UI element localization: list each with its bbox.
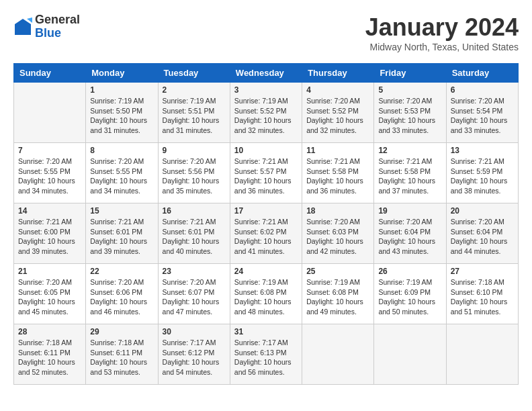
day-info: Sunrise: 7:18 AM Sunset: 6:11 PM Dayligh… [18, 338, 81, 377]
calendar-cell: 25Sunrise: 7:19 AM Sunset: 6:08 PM Dayli… [302, 264, 374, 324]
calendar-cell [14, 83, 86, 143]
calendar-cell: 31Sunrise: 7:17 AM Sunset: 6:13 PM Dayli… [230, 324, 302, 385]
day-info: Sunrise: 7:20 AM Sunset: 6:04 PM Dayligh… [378, 217, 441, 257]
calendar-week-row: 1Sunrise: 7:19 AM Sunset: 5:50 PM Daylig… [14, 83, 519, 143]
calendar-cell: 2Sunrise: 7:19 AM Sunset: 5:51 PM Daylig… [158, 83, 230, 143]
day-of-week-header: Wednesday [230, 64, 302, 83]
calendar-cell: 4Sunrise: 7:20 AM Sunset: 5:52 PM Daylig… [302, 83, 374, 143]
day-number: 21 [18, 267, 81, 276]
day-info: Sunrise: 7:19 AM Sunset: 6:09 PM Dayligh… [378, 277, 441, 317]
page-header: General Blue January 2024 Midway North, … [13, 13, 519, 52]
day-number: 26 [378, 267, 441, 276]
calendar-cell [302, 324, 374, 385]
calendar-table: SundayMondayTuesdayWednesdayThursdayFrid… [13, 63, 519, 385]
day-number: 24 [234, 267, 298, 276]
day-number: 29 [90, 327, 153, 336]
calendar-body: 1Sunrise: 7:19 AM Sunset: 5:50 PM Daylig… [14, 83, 519, 385]
calendar-cell: 7Sunrise: 7:20 AM Sunset: 5:55 PM Daylig… [14, 143, 86, 203]
day-info: Sunrise: 7:20 AM Sunset: 6:05 PM Dayligh… [18, 277, 81, 317]
logo-icon [13, 17, 32, 36]
day-info: Sunrise: 7:21 AM Sunset: 6:02 PM Dayligh… [234, 217, 298, 257]
calendar-week-row: 21Sunrise: 7:20 AM Sunset: 6:05 PM Dayli… [14, 264, 519, 324]
calendar-cell: 14Sunrise: 7:21 AM Sunset: 6:00 PM Dayli… [14, 203, 86, 264]
day-of-week-header: Friday [374, 64, 446, 83]
day-number: 7 [18, 146, 81, 155]
day-info: Sunrise: 7:20 AM Sunset: 5:56 PM Dayligh… [163, 156, 226, 196]
day-number: 5 [378, 85, 441, 95]
day-number: 25 [306, 267, 369, 276]
day-number: 11 [306, 146, 369, 155]
title-block: January 2024 Midway North, Texas, United… [365, 13, 519, 52]
day-info: Sunrise: 7:21 AM Sunset: 6:01 PM Dayligh… [90, 217, 153, 257]
calendar-header-row: SundayMondayTuesdayWednesdayThursdayFrid… [14, 64, 519, 83]
calendar-cell: 27Sunrise: 7:18 AM Sunset: 6:10 PM Dayli… [446, 264, 518, 324]
calendar-cell: 3Sunrise: 7:19 AM Sunset: 5:52 PM Daylig… [230, 83, 302, 143]
day-number: 31 [234, 327, 298, 336]
day-info: Sunrise: 7:19 AM Sunset: 5:50 PM Dayligh… [90, 96, 153, 136]
day-number: 17 [234, 206, 298, 216]
calendar-cell: 10Sunrise: 7:21 AM Sunset: 5:57 PM Dayli… [230, 143, 302, 203]
day-info: Sunrise: 7:20 AM Sunset: 5:55 PM Dayligh… [18, 156, 81, 196]
calendar-cell: 1Sunrise: 7:19 AM Sunset: 5:50 PM Daylig… [86, 83, 158, 143]
day-number: 2 [163, 85, 226, 95]
day-number: 30 [163, 327, 226, 336]
day-info: Sunrise: 7:20 AM Sunset: 5:54 PM Dayligh… [451, 96, 514, 136]
day-info: Sunrise: 7:21 AM Sunset: 5:57 PM Dayligh… [234, 156, 298, 196]
day-of-week-header: Thursday [302, 64, 374, 83]
day-of-week-header: Sunday [14, 64, 86, 83]
calendar-cell: 5Sunrise: 7:20 AM Sunset: 5:53 PM Daylig… [374, 83, 446, 143]
svg-marker-1 [27, 17, 32, 23]
day-info: Sunrise: 7:21 AM Sunset: 5:59 PM Dayligh… [451, 156, 514, 196]
calendar-cell: 21Sunrise: 7:20 AM Sunset: 6:05 PM Dayli… [14, 264, 86, 324]
day-number: 3 [234, 85, 298, 95]
day-number: 20 [451, 206, 514, 216]
calendar-cell: 16Sunrise: 7:21 AM Sunset: 6:01 PM Dayli… [158, 203, 230, 264]
day-number: 4 [306, 85, 369, 95]
day-info: Sunrise: 7:21 AM Sunset: 6:00 PM Dayligh… [18, 217, 81, 257]
day-of-week-header: Saturday [446, 64, 518, 83]
calendar-cell: 26Sunrise: 7:19 AM Sunset: 6:09 PM Dayli… [374, 264, 446, 324]
day-number: 16 [163, 206, 226, 216]
day-info: Sunrise: 7:21 AM Sunset: 5:58 PM Dayligh… [378, 156, 441, 196]
calendar-cell: 28Sunrise: 7:18 AM Sunset: 6:11 PM Dayli… [14, 324, 86, 385]
day-info: Sunrise: 7:20 AM Sunset: 6:04 PM Dayligh… [451, 217, 514, 257]
calendar-cell: 9Sunrise: 7:20 AM Sunset: 5:56 PM Daylig… [158, 143, 230, 203]
calendar-cell: 19Sunrise: 7:20 AM Sunset: 6:04 PM Dayli… [374, 203, 446, 264]
day-number: 6 [451, 85, 514, 95]
day-number: 9 [163, 146, 226, 155]
day-number: 28 [18, 327, 81, 336]
location: Midway North, Texas, United States [365, 42, 519, 52]
logo-blue-text: Blue [35, 27, 80, 40]
calendar-cell: 13Sunrise: 7:21 AM Sunset: 5:59 PM Dayli… [446, 143, 518, 203]
calendar-week-row: 7Sunrise: 7:20 AM Sunset: 5:55 PM Daylig… [14, 143, 519, 203]
calendar-cell: 18Sunrise: 7:20 AM Sunset: 6:03 PM Dayli… [302, 203, 374, 264]
day-info: Sunrise: 7:17 AM Sunset: 6:12 PM Dayligh… [163, 338, 226, 377]
calendar-cell: 11Sunrise: 7:21 AM Sunset: 5:58 PM Dayli… [302, 143, 374, 203]
calendar-cell: 23Sunrise: 7:20 AM Sunset: 6:07 PM Dayli… [158, 264, 230, 324]
calendar-cell: 12Sunrise: 7:21 AM Sunset: 5:58 PM Dayli… [374, 143, 446, 203]
day-number: 19 [378, 206, 441, 216]
day-number: 13 [451, 146, 514, 155]
logo-general-text: General [35, 13, 80, 27]
calendar-week-row: 28Sunrise: 7:18 AM Sunset: 6:11 PM Dayli… [14, 324, 519, 385]
day-number: 1 [90, 85, 153, 95]
calendar-cell: 15Sunrise: 7:21 AM Sunset: 6:01 PM Dayli… [86, 203, 158, 264]
day-info: Sunrise: 7:19 AM Sunset: 6:08 PM Dayligh… [234, 277, 298, 317]
day-number: 15 [90, 206, 153, 216]
day-info: Sunrise: 7:21 AM Sunset: 5:58 PM Dayligh… [306, 156, 369, 196]
day-number: 22 [90, 267, 153, 276]
day-info: Sunrise: 7:20 AM Sunset: 6:06 PM Dayligh… [90, 277, 153, 317]
day-info: Sunrise: 7:20 AM Sunset: 5:55 PM Dayligh… [90, 156, 153, 196]
calendar-cell [374, 324, 446, 385]
day-info: Sunrise: 7:18 AM Sunset: 6:11 PM Dayligh… [90, 338, 153, 377]
day-info: Sunrise: 7:20 AM Sunset: 6:07 PM Dayligh… [163, 277, 226, 317]
day-info: Sunrise: 7:20 AM Sunset: 5:52 PM Dayligh… [306, 96, 369, 136]
day-info: Sunrise: 7:19 AM Sunset: 5:52 PM Dayligh… [234, 96, 298, 136]
day-info: Sunrise: 7:20 AM Sunset: 5:53 PM Dayligh… [378, 96, 441, 136]
day-of-week-header: Monday [86, 64, 158, 83]
day-info: Sunrise: 7:17 AM Sunset: 6:13 PM Dayligh… [234, 338, 298, 377]
calendar-cell: 30Sunrise: 7:17 AM Sunset: 6:12 PM Dayli… [158, 324, 230, 385]
day-number: 27 [451, 267, 514, 276]
day-number: 23 [163, 267, 226, 276]
calendar-cell: 29Sunrise: 7:18 AM Sunset: 6:11 PM Dayli… [86, 324, 158, 385]
